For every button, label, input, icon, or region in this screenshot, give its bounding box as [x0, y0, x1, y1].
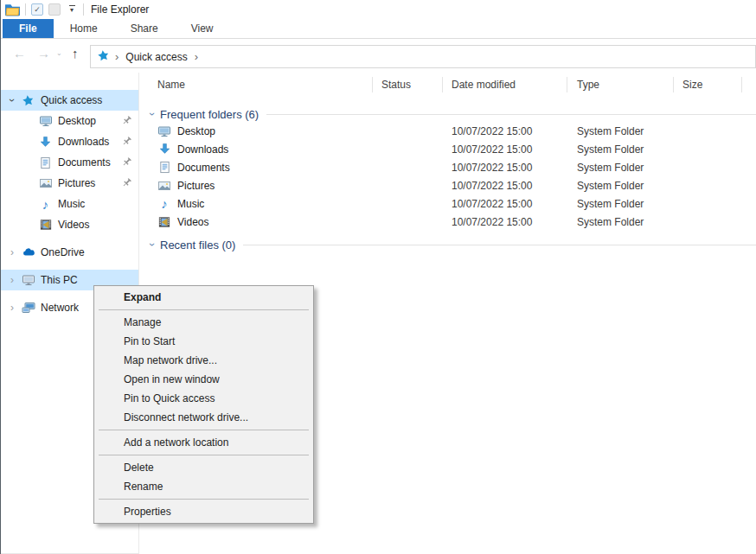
menu-item-pin-to-start[interactable]: Pin to Start — [94, 332, 313, 351]
film-strip-icon — [38, 218, 53, 232]
pin-icon — [121, 115, 132, 126]
sidebar-item-quick-access[interactable]: › Quick access — [1, 90, 138, 111]
sidebar-item-label: This PC — [41, 274, 78, 286]
quick-access-star-icon — [21, 93, 35, 107]
column-header-name[interactable]: Name — [140, 73, 373, 97]
film-strip-icon — [157, 215, 171, 229]
sidebar-item-label: Downloads — [58, 136, 109, 148]
qat-separator — [83, 3, 84, 16]
qat-separator — [25, 3, 26, 16]
tab-file[interactable]: File — [3, 19, 54, 38]
picture-photo-icon — [38, 176, 53, 190]
group-header-recent-files[interactable]: › Recent files (0) — [140, 237, 756, 252]
sidebar-item-onedrive[interactable]: › OneDrive — [1, 242, 138, 263]
chevron-collapsed-icon[interactable]: › — [6, 302, 18, 314]
column-header-size[interactable]: Size — [674, 73, 742, 97]
pin-icon — [121, 156, 132, 168]
file-row-documents[interactable]: Documents 10/07/2022 15:00 System Folder — [140, 158, 756, 176]
address-row: ← → ⌄ ↑ › Quick access › — [1, 39, 756, 72]
sidebar-item-label: OneDrive — [41, 246, 85, 258]
document-page-icon — [38, 156, 53, 169]
sidebar-item-label: Pictures — [58, 177, 95, 189]
menu-separator — [99, 430, 309, 430]
desktop-monitor-icon — [157, 124, 171, 138]
menu-item-add-network-location[interactable]: Add a network location — [94, 433, 313, 452]
qat-new-folder-button-disabled — [48, 3, 61, 16]
menu-item-map-network-drive[interactable]: Map network drive... — [94, 351, 313, 370]
titlebar: ✓ ▾ File Explorer — [1, 0, 756, 19]
column-header-date-modified[interactable]: Date modified — [443, 73, 567, 97]
address-bar[interactable]: › Quick access › — [90, 45, 756, 68]
menu-item-open-in-new-window[interactable]: Open in new window — [94, 370, 313, 389]
history-dropdown-icon[interactable]: ⌄ — [56, 49, 62, 57]
column-header-status[interactable]: Status — [373, 73, 443, 97]
group-chevron-icon[interactable]: › — [146, 108, 158, 120]
breadcrumb-quick-access[interactable]: Quick access — [124, 51, 189, 63]
group-rule — [266, 114, 756, 115]
download-arrow-icon — [38, 135, 53, 149]
menu-item-disconnect-network-drive[interactable]: Disconnect network drive... — [94, 408, 313, 427]
qat-customize-bar — [69, 5, 75, 6]
chevron-expanded-icon[interactable]: › — [6, 94, 18, 106]
menu-item-manage[interactable]: Manage — [94, 313, 313, 332]
tab-share[interactable]: Share — [114, 19, 175, 38]
tab-view[interactable]: View — [175, 19, 230, 38]
qat-properties-button[interactable]: ✓ — [31, 3, 43, 16]
sidebar-item-pictures[interactable]: Pictures — [1, 173, 138, 194]
picture-photo-icon — [157, 179, 171, 193]
group-rule — [243, 245, 756, 245]
menu-item-properties[interactable]: Properties — [94, 502, 313, 521]
sidebar-item-music[interactable]: ♪ Music — [1, 194, 138, 214]
breadcrumb-chevron-icon: › — [113, 50, 120, 63]
menu-item-pin-to-quick-access[interactable]: Pin to Quick access — [94, 389, 313, 408]
desktop-monitor-icon — [38, 114, 53, 128]
column-headers: Name Status Date modified Type Size — [140, 73, 756, 97]
file-row-music[interactable]: ♪Music 10/07/2022 15:00 System Folder — [140, 194, 756, 213]
sidebar-item-label: Network — [41, 302, 79, 314]
file-row-desktop[interactable]: Desktop 10/07/2022 15:00 System Folder — [140, 122, 756, 140]
menu-separator — [99, 499, 309, 500]
pin-icon — [121, 136, 132, 147]
tab-home[interactable]: Home — [54, 19, 114, 38]
sidebar-item-label: Videos — [58, 219, 89, 231]
sidebar-item-downloads[interactable]: Downloads — [1, 131, 138, 152]
file-explorer-window: ✓ ▾ File Explorer File Home Share View ←… — [0, 0, 756, 554]
music-note-icon: ♪ — [38, 197, 53, 211]
network-computers-icon — [21, 301, 35, 315]
forward-arrow-icon[interactable]: → — [37, 46, 50, 60]
file-row-downloads[interactable]: Downloads 10/07/2022 15:00 System Folder — [140, 140, 756, 158]
pc-monitor-icon — [21, 273, 35, 287]
qat-customize-dropdown-icon[interactable]: ▾ — [66, 3, 78, 16]
group-header-frequent-folders[interactable]: › Frequent folders (6) — [140, 106, 756, 122]
quick-access-star-icon — [97, 49, 110, 65]
logo-folder-front — [6, 8, 20, 16]
sidebar-item-documents[interactable]: Documents — [1, 152, 138, 173]
menu-separator — [99, 309, 309, 310]
ribbon-tabs: File Home Share View — [1, 19, 756, 39]
file-row-videos[interactable]: Videos 10/07/2022 15:00 System Folder — [140, 213, 756, 231]
download-arrow-icon — [157, 143, 171, 156]
document-page-icon — [157, 161, 171, 175]
pin-icon — [121, 177, 132, 188]
menu-separator — [99, 455, 309, 455]
chevron-collapsed-icon[interactable]: › — [6, 246, 18, 258]
file-explorer-logo-icon — [5, 3, 20, 16]
chevron-collapsed-icon[interactable]: › — [6, 274, 18, 286]
back-arrow-icon[interactable]: ← — [13, 46, 26, 60]
group-chevron-icon[interactable]: › — [146, 239, 158, 251]
sidebar-item-videos[interactable]: Videos — [1, 214, 138, 235]
context-menu-this-pc: Expand Manage Pin to Start Map network d… — [93, 285, 314, 524]
sidebar-item-label: Music — [58, 198, 85, 210]
sidebar-item-label: Documents — [58, 156, 111, 169]
file-row-pictures[interactable]: Pictures 10/07/2022 15:00 System Folder — [140, 176, 756, 194]
breadcrumb-chevron-icon[interactable]: › — [193, 50, 200, 63]
menu-item-expand[interactable]: Expand — [94, 288, 313, 307]
sidebar-item-desktop[interactable]: Desktop — [1, 111, 138, 131]
menu-item-delete[interactable]: Delete — [94, 458, 313, 477]
menu-item-rename[interactable]: Rename — [94, 477, 313, 496]
sidebar-item-label: Quick access — [41, 94, 102, 106]
column-header-type[interactable]: Type — [567, 73, 674, 97]
onedrive-cloud-icon — [21, 245, 35, 259]
up-arrow-icon[interactable]: ↑ — [72, 46, 79, 60]
window-title: File Explorer — [91, 3, 149, 16]
